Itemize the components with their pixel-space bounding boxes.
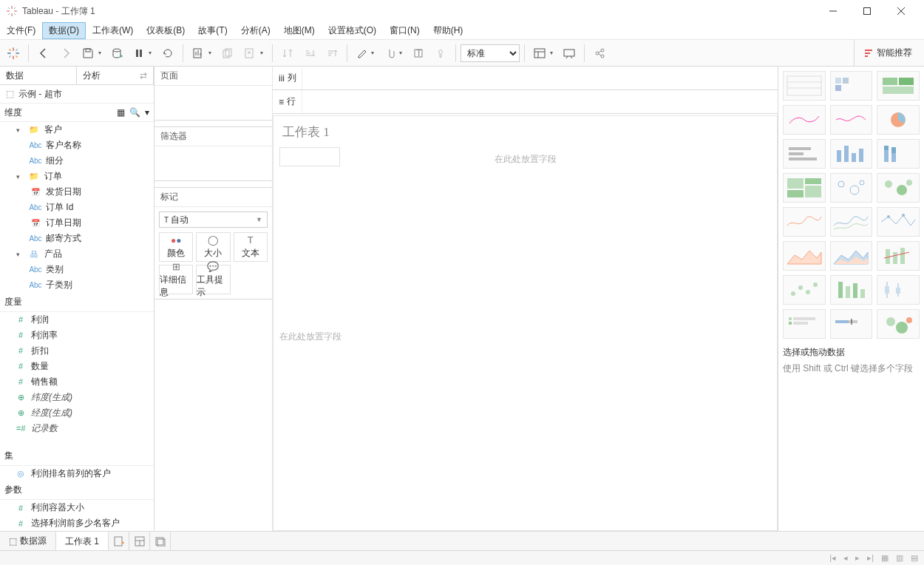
forward-button[interactable]	[55, 43, 76, 64]
dimension-item[interactable]: Abc邮寄方式	[0, 231, 154, 246]
dimension-item[interactable]: 📅发货日期	[0, 184, 154, 200]
menu-map[interactable]: 地图(M)	[277, 22, 322, 39]
show-me-chart-20[interactable]	[877, 275, 920, 305]
dimension-item[interactable]: ▾📁订单	[0, 169, 154, 184]
show-me-chart-6[interactable]	[783, 139, 826, 169]
measure-item[interactable]: #利润率	[0, 328, 154, 343]
measure-item[interactable]: ⊕经度(生成)	[0, 405, 154, 421]
filters-shelf[interactable]	[154, 146, 272, 180]
close-button[interactable]	[884, 0, 918, 22]
show-me-chart-14[interactable]	[877, 207, 920, 237]
mark-工具提示[interactable]: 💬工具提示	[196, 265, 230, 294]
minimize-button[interactable]	[816, 0, 850, 22]
set-item[interactable]: ◎利润排名前列的客户	[0, 466, 154, 481]
clear-button[interactable]: ▾	[240, 43, 268, 64]
sheet-tab[interactable]: 工作表 1	[56, 532, 109, 550]
menu-file[interactable]: 文件(F)	[0, 22, 42, 39]
measure-item[interactable]: #销售额	[0, 374, 154, 390]
marks-type-select[interactable]: T 自动▼	[159, 212, 268, 228]
tableau-icon[interactable]	[3, 43, 24, 64]
share-button[interactable]	[589, 43, 610, 64]
measure-item[interactable]: =#记录数	[0, 421, 154, 436]
show-me-chart-3[interactable]	[783, 105, 826, 135]
menu-icon[interactable]: ▾	[145, 107, 149, 118]
new-worksheet-button[interactable]: ▾	[188, 43, 216, 64]
save-button[interactable]: ▾	[78, 43, 106, 64]
measure-item[interactable]: ⊕纬度(生成)	[0, 390, 154, 405]
sheet-view[interactable]: 工作表 1 在此处放置字段 在此处放置字段	[273, 115, 778, 531]
show-me-chart-9[interactable]	[783, 173, 826, 203]
refresh-button[interactable]	[157, 43, 178, 64]
dimension-item[interactable]: ▾品产品	[0, 246, 154, 262]
highlight-button[interactable]: ▾	[352, 43, 378, 64]
param-item[interactable]: #利润容器大小	[0, 500, 154, 515]
grid-view-icon[interactable]: ▦	[881, 553, 889, 563]
label-button[interactable]: T	[408, 43, 429, 64]
show-me-chart-22[interactable]	[830, 309, 873, 339]
search-icon[interactable]: 🔍	[129, 107, 140, 118]
back-button[interactable]	[33, 43, 54, 64]
show-me-chart-12[interactable]	[783, 207, 826, 237]
show-me-chart-18[interactable]	[783, 275, 826, 305]
maximize-button[interactable]	[850, 0, 884, 22]
show-me-chart-21[interactable]	[783, 309, 826, 339]
presentation-button[interactable]	[559, 43, 580, 64]
first-icon[interactable]: |◂	[829, 553, 836, 563]
dimension-item[interactable]: Abc细分	[0, 153, 154, 169]
dimension-item[interactable]: 📅订单日期	[0, 215, 154, 231]
data-tab[interactable]: 数据	[0, 67, 77, 84]
duplicate-button[interactable]	[217, 43, 238, 64]
fit-select[interactable]: 标准	[461, 44, 520, 62]
tile-view-icon[interactable]: ▥	[896, 553, 903, 563]
mark-文本[interactable]: T文本	[234, 232, 268, 262]
new-sheet-button[interactable]	[109, 532, 129, 550]
show-me-chart-5[interactable]	[877, 105, 920, 135]
new-story-button[interactable]	[150, 532, 171, 550]
mark-详细信息[interactable]: ⊞详细信息	[159, 265, 193, 294]
show-me-chart-19[interactable]	[830, 275, 873, 305]
param-item[interactable]: #选择利润前多少名客户	[0, 515, 154, 531]
pages-shelf[interactable]	[154, 86, 272, 120]
show-me-chart-16[interactable]	[830, 241, 873, 271]
show-me-chart-8[interactable]	[877, 139, 920, 169]
show-me-toggle[interactable]: 智能推荐	[854, 40, 921, 67]
pin-button[interactable]	[430, 43, 451, 64]
dimension-item[interactable]: Abc客户名称	[0, 138, 154, 153]
dimension-item[interactable]: ▾📁客户	[0, 122, 154, 138]
mark-颜色[interactable]: ●●颜色	[159, 232, 193, 262]
new-datasource-button[interactable]	[107, 43, 128, 64]
measure-item[interactable]: #利润	[0, 312, 154, 328]
menu-worksheet[interactable]: 工作表(W)	[86, 22, 140, 39]
analytics-tab[interactable]: 分析⇄	[77, 67, 154, 84]
menu-help[interactable]: 帮助(H)	[427, 22, 470, 39]
menu-window[interactable]: 窗口(N)	[383, 22, 427, 39]
new-dashboard-button[interactable]	[129, 532, 150, 550]
show-cards-button[interactable]: ▾	[529, 43, 557, 64]
show-me-chart-0[interactable]	[783, 71, 826, 101]
menu-data[interactable]: 数据(D)	[42, 22, 86, 39]
menu-dashboard[interactable]: 仪表板(B)	[140, 22, 191, 39]
show-me-chart-1[interactable]	[830, 71, 873, 101]
attach-button[interactable]: ▾	[380, 43, 407, 64]
measure-item[interactable]: #数量	[0, 359, 154, 374]
show-me-chart-15[interactable]	[783, 241, 826, 271]
show-me-chart-7[interactable]	[830, 139, 873, 169]
prev-icon[interactable]: ◂	[843, 553, 848, 563]
list-view-icon[interactable]: ▤	[911, 553, 918, 563]
sort-asc-button[interactable]	[299, 43, 320, 64]
show-me-chart-17[interactable]	[877, 241, 920, 271]
last-icon[interactable]: ▸|	[867, 553, 874, 563]
show-me-chart-10[interactable]	[830, 173, 873, 203]
dimension-item[interactable]: Abc子类别	[0, 277, 154, 293]
swap-button[interactable]	[277, 43, 298, 64]
measure-item[interactable]: #折扣	[0, 343, 154, 359]
datasource-tab[interactable]: ⬚数据源	[0, 532, 56, 550]
rows-shelf[interactable]: ≡行	[273, 90, 778, 114]
show-me-chart-2[interactable]	[877, 71, 920, 101]
mark-大小[interactable]: ◯大小	[196, 232, 230, 262]
pause-updates-button[interactable]: ▾	[129, 43, 156, 64]
view-toggle-icon[interactable]: ▦	[117, 107, 125, 118]
dimension-item[interactable]: Abc类别	[0, 262, 154, 277]
next-icon[interactable]: ▸	[855, 553, 860, 563]
datasource-row[interactable]: ⬚ 示例 - 超市	[0, 85, 154, 104]
